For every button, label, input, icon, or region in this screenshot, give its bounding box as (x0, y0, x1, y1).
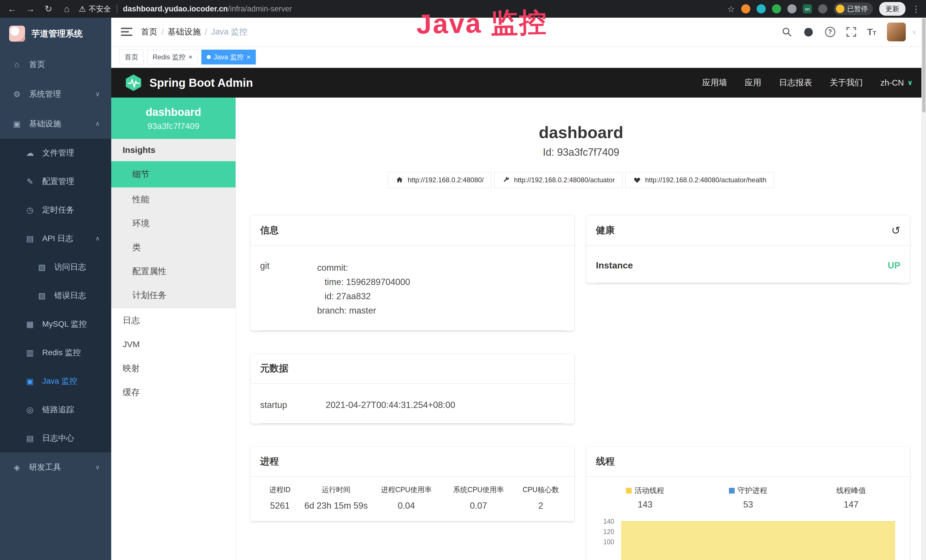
infrastructure-icon: ▣ (11, 119, 22, 129)
search-icon[interactable] (782, 27, 792, 37)
extension-icon[interactable] (818, 4, 827, 14)
process-col-header: 进程CPU使用率 (370, 485, 442, 494)
breadcrumb-home[interactable]: 首页 (141, 26, 157, 38)
address-bar[interactable]: dashboard.yudao.iocoder.cn/infra/admin-s… (123, 5, 292, 14)
help-icon[interactable]: ? (825, 27, 835, 37)
y-axis-tick: 120 (594, 528, 614, 536)
close-icon[interactable]: × (247, 53, 250, 61)
chevron-down-icon[interactable]: ∨ (912, 29, 916, 35)
sba-language-select[interactable]: zh-CN ∨ (881, 78, 913, 88)
home-icon[interactable]: ⌂ (61, 4, 73, 14)
profile-paused-chip[interactable]: 已暂停 (834, 3, 873, 15)
close-icon[interactable]: × (189, 53, 192, 61)
metadata-card: 元数据 startup 2021-04-27T00:44:31.254+08:0… (250, 353, 574, 424)
font-size-icon[interactable]: TT (867, 27, 876, 37)
sba-nav-applications[interactable]: 应用 (744, 77, 761, 88)
user-avatar[interactable] (887, 23, 906, 41)
sidebar-item-scheduled-tasks[interactable]: ◷ 定时任务 (0, 196, 111, 224)
security-chip[interactable]: ⚠ 不安全 (79, 4, 111, 14)
sidebar-item-file-mgmt[interactable]: ☁ 文件管理 (0, 139, 111, 167)
sba-brand-name: Spring Boot Admin (150, 76, 253, 89)
breadcrumb-separator: / (205, 27, 207, 37)
sba-nav-journal[interactable]: 日志报表 (779, 77, 812, 88)
extension-icon[interactable] (757, 4, 766, 14)
chevron-down-icon: ∨ (95, 463, 100, 471)
sidebar-item-dev-tools[interactable]: ◈ 研发工具 ∨ (0, 453, 111, 482)
sba-item-config-props[interactable]: 配置属性 (111, 259, 236, 283)
process-col-header: 运行时间 (302, 485, 370, 494)
sidebar-item-java-monitor[interactable]: ▣ Java 监控 (0, 367, 111, 395)
sidebar-item-home[interactable]: ⌂ 首页 (0, 50, 111, 79)
sba-item-mappings[interactable]: 映射 (111, 356, 236, 380)
paused-label: 已暂停 (847, 4, 868, 14)
sba-item-logs[interactable]: 日志 (111, 309, 236, 332)
sba-nav-wallboard[interactable]: 应用墙 (702, 77, 727, 88)
sidebar-item-access-logs[interactable]: ▧ 访问日志 (0, 253, 111, 281)
process-uptime-value: 6d 23h 15m 59s (302, 501, 370, 511)
sba-brand[interactable]: Spring Boot Admin (124, 74, 253, 92)
process-card: 进程 进程ID 运行时间 进程CPU使用率 系统CPU使用率 CPU核心数 (250, 446, 574, 521)
sidebar-item-system-mgmt[interactable]: ⚙ 系统管理 ∨ (0, 79, 111, 109)
sba-item-metrics[interactable]: 性能 (111, 188, 236, 211)
wrench-icon (502, 176, 510, 184)
sba-item-caches[interactable]: 缓存 (111, 380, 236, 404)
hamburger-icon[interactable] (121, 27, 132, 37)
sidebar-item-config-mgmt[interactable]: ✎ 配置管理 (0, 167, 111, 196)
sba-nav: 应用墙 应用 日志报表 关于我们 zh-CN ∨ (702, 77, 913, 88)
scrollbar[interactable] (921, 18, 926, 560)
instance-link-home[interactable]: http://192.168.0.2:48080/ (388, 172, 492, 188)
tab-home[interactable]: 首页 (119, 50, 144, 65)
sidebar-item-label: 日志中心 (42, 433, 74, 443)
forward-icon[interactable]: → (24, 4, 36, 14)
extension-icon[interactable] (741, 4, 750, 14)
sidebar-item-trace[interactable]: ◎ 链路追踪 (0, 395, 111, 424)
fullscreen-icon[interactable] (846, 27, 856, 37)
github-icon[interactable] (803, 26, 814, 38)
sba-item-details[interactable]: 细节 (111, 161, 236, 188)
tab-java-monitor[interactable]: Java 监控 × (201, 50, 256, 65)
sidebar-item-label: 系统管理 (29, 89, 61, 100)
bookmark-star-icon[interactable]: ☆ (727, 4, 735, 14)
page-subtitle: Id: 93a3fc7f7409 (236, 146, 926, 158)
sba-item-classes[interactable]: 类 (111, 235, 236, 259)
sidebar-item-infrastructure[interactable]: ▣ 基础设施 ∧ (0, 109, 111, 139)
sba-nav-about[interactable]: 关于我们 (830, 77, 863, 88)
app-logo-icon (9, 26, 25, 42)
scrollbar-thumb[interactable] (922, 18, 925, 112)
instance-link-health[interactable]: http://192.168.0.2:48080/actuator/health (625, 172, 774, 188)
browser-menu-icon[interactable]: ⋮ (912, 4, 920, 14)
document-icon: ▤ (24, 234, 35, 243)
breadcrumb-infrastructure[interactable]: 基础设施 (168, 26, 201, 38)
app-logo-row[interactable]: 芋道管理系统 (0, 18, 111, 50)
reload-icon[interactable]: ↻ (42, 3, 55, 14)
sidebar-item-api-logs[interactable]: ▤ API 日志 ∧ (0, 224, 111, 253)
sidebar-item-label: 文件管理 (42, 147, 74, 158)
insights-group: Insights 细节 性能 环境 类 配置属性 计划任务 (111, 139, 236, 309)
tab-redis-monitor[interactable]: Redis 监控 × (147, 50, 198, 65)
instance-link-actuator[interactable]: http://192.168.0.2:48080/actuator (494, 172, 623, 188)
sidebar-item-redis-monitor[interactable]: ▥ Redis 监控 (0, 338, 111, 367)
history-icon[interactable]: ↺ (891, 224, 900, 237)
extension-on-badge[interactable]: on (803, 4, 812, 14)
home-icon (396, 176, 404, 184)
sidebar-item-error-logs[interactable]: ▨ 错误日志 (0, 281, 111, 310)
sba-item-environment[interactable]: 环境 (111, 211, 236, 235)
heart-icon (633, 176, 641, 184)
insights-group-label: Insights (111, 139, 236, 161)
chevron-up-icon: ∧ (95, 235, 100, 242)
legend-label: 活动线程 (634, 486, 664, 495)
update-button[interactable]: 更新 (879, 2, 905, 16)
extension-icon[interactable] (772, 4, 781, 14)
sba-item-jvm[interactable]: JVM (111, 332, 236, 356)
puzzle-extension-icon[interactable] (787, 4, 796, 14)
process-table: 进程ID 运行时间 进程CPU使用率 系统CPU使用率 CPU核心数 5261 … (250, 477, 574, 521)
sba-instance-header[interactable]: dashboard 93a3fc7f7409 (111, 98, 236, 139)
document-icon: ▤ (24, 434, 35, 443)
back-icon[interactable]: ← (6, 4, 18, 14)
sidebar-item-log-center[interactable]: ▤ 日志中心 (0, 424, 111, 453)
sba-logo-icon (124, 74, 142, 92)
breadcrumb: 首页 / 基础设施 / Java 监控 (141, 26, 247, 38)
git-time-line: time: 1596289704000 (317, 275, 410, 289)
sba-item-scheduled-tasks[interactable]: 计划任务 (111, 283, 236, 307)
sidebar-item-mysql-monitor[interactable]: ▦ MySQL 监控 (0, 310, 111, 338)
